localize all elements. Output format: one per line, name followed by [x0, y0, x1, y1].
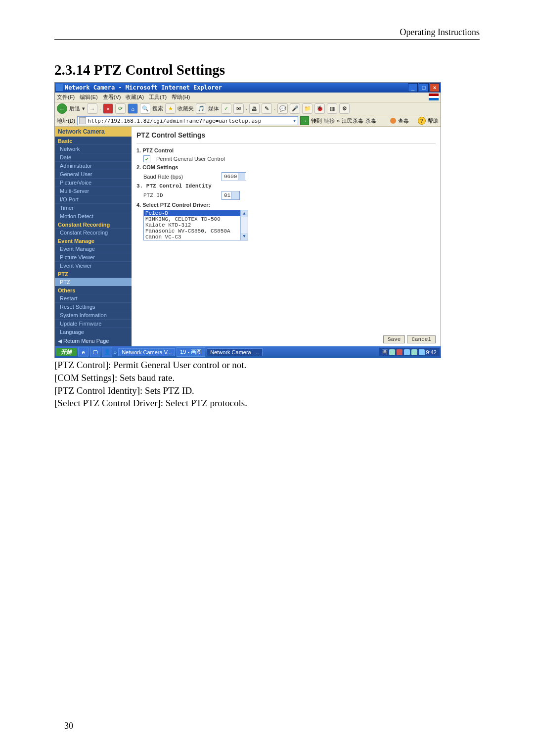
- sidebar-item-picture-voice[interactable]: Picture/Voice: [55, 178, 132, 187]
- discuss-icon[interactable]: 💬: [277, 103, 288, 114]
- cancel-button[interactable]: Cancel: [407, 335, 436, 343]
- sidebar-item-event-viewer[interactable]: Event Viewer: [55, 261, 132, 270]
- tray-icon-4[interactable]: [411, 349, 417, 355]
- sidebar-item-sysinfo[interactable]: System Information: [55, 311, 132, 319]
- ie-window: Network Camera - Microsoft Internet Expl…: [54, 82, 441, 358]
- driver-opt-3[interactable]: Panasonic WV-CS850, CS850A: [144, 228, 248, 234]
- driver-opt-0[interactable]: Pelco-D: [144, 210, 248, 216]
- sidebar-item-ptz[interactable]: PTZ: [55, 278, 132, 286]
- media-icon[interactable]: 🎵: [196, 103, 206, 114]
- tray-lang-icon[interactable]: 画: [382, 348, 388, 356]
- print-icon[interactable]: 🖶: [249, 103, 260, 114]
- scroll-down-icon[interactable]: ▼: [241, 233, 248, 240]
- search-icon[interactable]: 🔍: [140, 103, 150, 114]
- address-label: 地址(D): [57, 117, 75, 125]
- sidebar-item-constant-recording[interactable]: Constant Recording: [55, 228, 132, 236]
- baud-select[interactable]: 9600: [222, 172, 246, 181]
- sidebar-item-date[interactable]: Date: [55, 153, 132, 161]
- quicklaunch-msn-icon[interactable]: 👤: [102, 347, 112, 357]
- sidebar-cat-basic: Basic: [55, 137, 132, 144]
- address-input[interactable]: http://192.168.1.82/cgi/adminframe?Page=…: [77, 116, 298, 125]
- sidebar-title: Network Camera: [55, 127, 132, 137]
- tray-icon-2[interactable]: [397, 349, 402, 355]
- address-drop[interactable]: ▾: [293, 118, 296, 124]
- go-label: 转到: [311, 117, 322, 125]
- tray-icon-5[interactable]: [419, 349, 425, 355]
- mail-icon[interactable]: ✉: [233, 103, 244, 114]
- permit-checkbox[interactable]: ✔: [143, 155, 150, 162]
- driver-opt-2[interactable]: Kalate KTD-312: [144, 222, 248, 228]
- scroll-up-icon[interactable]: ▲: [241, 210, 248, 217]
- sidebar-item-update-firmware[interactable]: Update Firmware: [55, 319, 132, 328]
- sidebar-item-admin[interactable]: Administrator: [55, 161, 132, 170]
- explain-line-3: [PTZ Control Identity]: Sets PTZ ID.: [54, 385, 480, 397]
- menu-help[interactable]: 帮助(H): [172, 94, 190, 101]
- maximize-button[interactable]: □: [419, 83, 429, 92]
- sidebar-item-restart[interactable]: Restart: [55, 294, 132, 302]
- driver-opt-4[interactable]: Canon VC-C3: [144, 234, 248, 240]
- quicklaunch-ie-icon[interactable]: e: [78, 347, 89, 357]
- link-av2[interactable]: 杀毒: [365, 117, 376, 125]
- section-4-label: 4. Select PTZ Control Driver:: [136, 202, 436, 208]
- help-icon[interactable]: ?: [418, 117, 426, 125]
- forward-button[interactable]: →: [87, 103, 97, 114]
- sidebar-item-network[interactable]: Network: [55, 144, 132, 153]
- scan-link[interactable]: 查毒: [398, 117, 409, 125]
- view-icon[interactable]: ▥: [327, 103, 337, 114]
- close-button[interactable]: ×: [430, 83, 440, 92]
- go-button[interactable]: →: [300, 116, 309, 125]
- home-button[interactable]: ⌂: [128, 103, 138, 114]
- sidebar-return[interactable]: Return Menu Page: [55, 336, 132, 346]
- favorites-icon[interactable]: ★: [165, 103, 176, 114]
- refresh-button[interactable]: ⟳: [115, 103, 126, 114]
- av-icon[interactable]: 🐞: [314, 103, 325, 114]
- menu-tools[interactable]: 工具(T): [149, 94, 167, 101]
- sidebar-item-event-manage[interactable]: Event Manage: [55, 244, 132, 253]
- ptzid-select[interactable]: 01: [222, 191, 240, 200]
- explain-line-1: [PTZ Control]: Permit General User contr…: [54, 359, 480, 371]
- edit-icon[interactable]: ✎: [262, 103, 272, 114]
- page-header-right: Operating Instructions: [54, 0, 480, 39]
- folders-icon[interactable]: 📁: [302, 103, 312, 114]
- sidebar-item-general-user[interactable]: General User: [55, 170, 132, 178]
- gear-icon[interactable]: ⚙: [339, 103, 350, 114]
- save-button[interactable]: Save: [383, 335, 405, 343]
- help-link[interactable]: 帮助: [428, 117, 439, 125]
- minimize-button[interactable]: _: [408, 83, 418, 92]
- history-icon[interactable]: ✓: [221, 103, 231, 114]
- sidebar-item-io-port[interactable]: I/O Port: [55, 195, 132, 203]
- sidebar-item-multi-server[interactable]: Multi-Server: [55, 187, 132, 195]
- back-drop[interactable]: ▾: [82, 105, 85, 112]
- mic-icon[interactable]: 🎤: [290, 103, 300, 114]
- menu-file[interactable]: 文件(F): [57, 94, 75, 101]
- link-av[interactable]: 江民杀毒: [342, 117, 363, 125]
- taskbar-task-1[interactable]: Network Camera V...: [118, 348, 175, 356]
- back-button[interactable]: ←: [57, 103, 67, 114]
- sidebar-cat-constant: Constant Recording: [55, 220, 132, 228]
- ie-toolbar: ← 后退 ▾ → · × ⟳ ⌂ 🔍 搜索 ★ 收藏夹 🎵 媒体 ✓ ✉ · 🖶…: [55, 102, 441, 115]
- sidebar-item-reset[interactable]: Reset Settings: [55, 302, 132, 311]
- tray-icon-1[interactable]: [389, 349, 395, 355]
- status-dot-icon: [390, 118, 396, 124]
- sidebar-item-motion-detect[interactable]: Motion Detect: [55, 212, 132, 220]
- baud-value: 9600: [224, 174, 237, 180]
- driver-scrollbar[interactable]: ▲ ▼: [240, 210, 248, 240]
- taskbar-task-3[interactable]: Network Camera - ..: [207, 348, 262, 356]
- quicklaunch-desktop-icon[interactable]: 🖵: [90, 347, 100, 357]
- sidebar-cat-event: Event Manage: [55, 236, 132, 244]
- sidebar-item-timer[interactable]: Timer: [55, 203, 132, 212]
- menu-view[interactable]: 查看(V): [103, 94, 121, 101]
- stop-button[interactable]: ×: [103, 103, 113, 114]
- driver-opt-1[interactable]: MINKING, CELOTEX TD-500: [144, 216, 248, 222]
- ie-content: Network Camera Basic Network Date Admini…: [55, 127, 441, 346]
- driver-listbox[interactable]: Pelco-D MINKING, CELOTEX TD-500 Kalate K…: [143, 210, 248, 240]
- tray-icon-3[interactable]: [404, 349, 410, 355]
- taskbar-task-2[interactable]: 19 - 画图: [177, 347, 205, 357]
- sidebar-item-language[interactable]: Language: [55, 328, 132, 336]
- ptzid-value: 01: [224, 192, 230, 198]
- sidebar-item-picture-viewer[interactable]: Picture Viewer: [55, 253, 132, 261]
- menu-edit[interactable]: 编辑(E): [80, 94, 98, 101]
- task2-label: 19 - 画图: [180, 348, 202, 356]
- start-button[interactable]: 开始: [56, 348, 77, 356]
- menu-fav[interactable]: 收藏(A): [126, 94, 144, 101]
